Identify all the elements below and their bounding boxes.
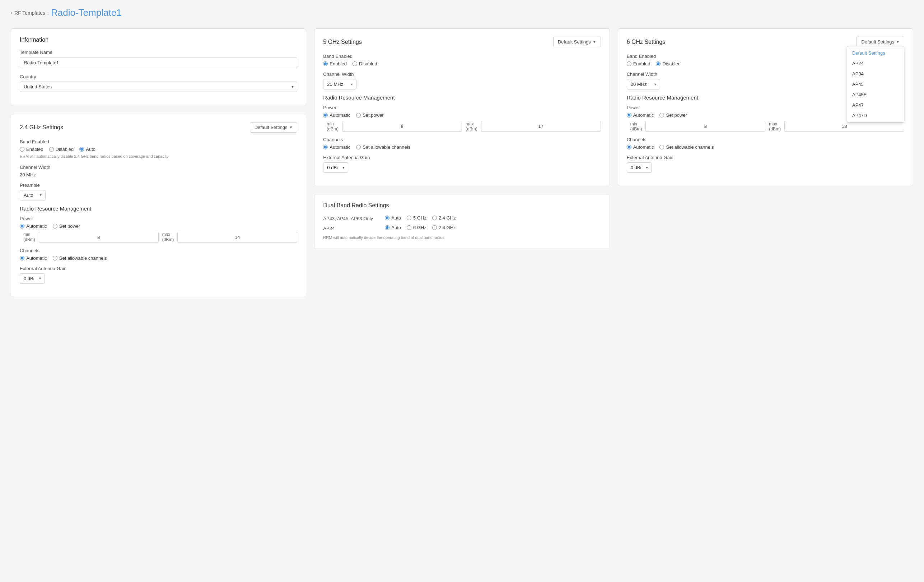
information-card: Information Template Name Country United… [11, 28, 306, 106]
dropdown-item-default[interactable]: Default Settings [847, 48, 904, 58]
band-5-enabled-section: Band Enabled Enabled Disabled [323, 53, 601, 66]
main-grid: Information Template Name Country United… [11, 28, 913, 297]
band-5-channels-auto-option[interactable]: Automatic [323, 144, 350, 150]
band-24-channel-width-section: Channel Width 20 MHz [20, 165, 297, 177]
band-5-default-settings-button[interactable]: Default Settings ▼ [553, 36, 601, 47]
dropdown-item-ap34[interactable]: AP34 [847, 69, 904, 79]
band-5-power-auto-option[interactable]: Automatic [323, 112, 350, 118]
band-6-external-antenna-select[interactable]: 0 dBi 1 dBi 2 dBi 3 dBi [627, 162, 652, 173]
band-24-enabled-radio[interactable] [20, 147, 25, 152]
band-5-channels-auto-radio[interactable] [323, 145, 328, 149]
band-6-external-antenna-wrapper: 0 dBi 1 dBi 2 dBi 3 dBi [627, 162, 652, 173]
band-5-power-set-radio[interactable] [356, 113, 361, 117]
band-6-disabled-option[interactable]: Disabled [656, 61, 681, 66]
dual-band-row2-6ghz-radio[interactable] [407, 225, 411, 230]
band-24-channels-set-radio[interactable] [53, 256, 58, 260]
band-6-power-set-radio[interactable] [660, 113, 664, 117]
band-24-card: 2.4 GHz Settings Default Settings ▼ Band… [11, 114, 306, 297]
band-6-power-auto-radio[interactable] [627, 113, 632, 117]
band-6-channels-auto-option[interactable]: Automatic [627, 144, 654, 150]
band-24-external-antenna-select[interactable]: 0 dBi 1 dBi 2 dBi 3 dBi 4 dBi 5 dBi 6 dB… [20, 273, 45, 284]
band-24-power-set-radio[interactable] [53, 224, 58, 228]
band-24-preamble-section: Preamble Auto Short Long [20, 182, 297, 200]
template-name-input[interactable] [20, 57, 297, 68]
band-24-max-label: max (dBm) [162, 232, 174, 242]
dual-band-row2-6ghz-option[interactable]: 6 GHz [407, 225, 426, 230]
band-24-channel-width-label: Channel Width [20, 165, 297, 170]
band-6-channels-set-option[interactable]: Set allowable channels [660, 144, 714, 150]
dual-band-row2-auto-radio[interactable] [385, 225, 389, 230]
band-24-max-input[interactable] [177, 232, 297, 243]
band-24-channels-set-label: Set allowable channels [59, 255, 107, 261]
band-6-channels-auto-radio[interactable] [627, 145, 632, 149]
dual-band-row2-24ghz-radio[interactable] [432, 225, 437, 230]
band-24-power-set-option[interactable]: Set power [53, 223, 81, 229]
band-6-enabled-option[interactable]: Enabled [627, 61, 650, 66]
band-24-external-antenna-label: External Antenna Gain [20, 266, 297, 271]
band-6-power-auto-option[interactable]: Automatic [627, 112, 654, 118]
band-24-auto-option[interactable]: Auto [79, 147, 96, 152]
band-24-rrm-title: Radio Resource Management [20, 205, 297, 212]
band-5-enabled-radio[interactable] [323, 61, 328, 66]
band-5-power-auto-radio[interactable] [323, 113, 328, 117]
dual-band-row1-24ghz-radio[interactable] [432, 215, 437, 220]
band-5-enabled-option[interactable]: Enabled [323, 61, 347, 66]
dual-band-row2-24ghz-option[interactable]: 2.4 GHz [432, 225, 456, 230]
band-24-external-antenna-section: External Antenna Gain 0 dBi 1 dBi 2 dBi … [20, 266, 297, 284]
breadcrumb-rf-templates[interactable]: RF Templates [14, 10, 45, 16]
band-5-external-antenna-select[interactable]: 0 dBi 1 dBi 2 dBi 3 dBi [323, 162, 348, 173]
band-5-channel-width-select[interactable]: 20 MHz 40 MHz 80 MHz 160 MHz [323, 79, 356, 89]
band-24-disabled-option[interactable]: Disabled [49, 147, 74, 152]
band-24-power-auto-radio[interactable] [20, 224, 25, 228]
band-24-enabled-label: Band Enabled [20, 139, 297, 144]
band-24-channels-auto-option[interactable]: Automatic [20, 255, 47, 261]
band-6-enabled-radio[interactable] [627, 61, 632, 66]
band-5-header: 5 GHz Settings Default Settings ▼ [323, 36, 601, 47]
band-24-min-input[interactable] [39, 232, 158, 243]
band-5-max-input[interactable] [481, 121, 601, 132]
dropdown-item-ap47d[interactable]: AP47D [847, 110, 904, 121]
dual-band-row1-auto-radio[interactable] [385, 215, 389, 220]
band-6-min-input[interactable] [645, 121, 766, 132]
dual-band-row1-5ghz-option[interactable]: 5 GHz [407, 215, 426, 221]
dropdown-item-ap24[interactable]: AP24 [847, 58, 904, 69]
dual-band-row1-24ghz-option[interactable]: 2.4 GHz [432, 215, 456, 221]
column-1: Information Template Name Country United… [11, 28, 306, 297]
dual-band-row2-auto-option[interactable]: Auto [385, 225, 401, 230]
band-24-power-auto-label: Automatic [26, 223, 47, 229]
band-6-channel-width-wrapper: 20 MHz 40 MHz 80 MHz 160 MHz [627, 79, 660, 89]
country-select[interactable]: United States Canada United Kingdom Aust… [20, 81, 297, 92]
band-6-default-settings-button[interactable]: Default Settings ▼ [856, 36, 904, 47]
band-6-power-set-option[interactable]: Set power [660, 112, 687, 118]
band-5-external-antenna-section: External Antenna Gain 0 dBi 1 dBi 2 dBi … [323, 155, 601, 173]
band-24-default-settings-button[interactable]: Default Settings ▼ [250, 122, 298, 132]
band-5-channels-set-option[interactable]: Set allowable channels [356, 144, 410, 150]
band-24-header: 2.4 GHz Settings Default Settings ▼ [20, 122, 297, 132]
band-24-channels-set-option[interactable]: Set allowable channels [53, 255, 107, 261]
band-6-external-antenna-section: External Antenna Gain 0 dBi 1 dBi 2 dBi … [627, 155, 904, 173]
band-5-channels-set-radio[interactable] [356, 145, 361, 149]
band-5-disabled-option[interactable]: Disabled [353, 61, 377, 66]
band-24-auto-radio[interactable] [79, 147, 84, 152]
band-5-min-input[interactable] [342, 121, 462, 132]
dropdown-item-ap45[interactable]: AP45 [847, 79, 904, 89]
band-6-header: 6 GHz Settings Default Settings ▼ [627, 36, 904, 47]
country-group: Country United States Canada United King… [20, 74, 297, 92]
band-24-disabled-radio[interactable] [49, 147, 54, 152]
band-5-power-set-option[interactable]: Set power [356, 112, 384, 118]
dual-band-row1-auto-option[interactable]: Auto [385, 215, 401, 221]
band-6-channel-width-select[interactable]: 20 MHz 40 MHz 80 MHz 160 MHz [627, 79, 660, 89]
dropdown-item-ap47[interactable]: AP47 [847, 100, 904, 110]
band-5-chevron-icon: ▼ [593, 40, 596, 44]
dual-band-row1-5ghz-radio[interactable] [407, 215, 411, 220]
band-24-channels-auto-radio[interactable] [20, 256, 25, 260]
band-24-preamble-select[interactable]: Auto Short Long [20, 190, 46, 200]
band-6-channels-set-radio[interactable] [660, 145, 664, 149]
band-6-disabled-radio[interactable] [656, 61, 660, 66]
band-24-power-auto-option[interactable]: Automatic [20, 223, 47, 229]
band-5-disabled-option-label: Disabled [359, 61, 377, 66]
dual-band-row2-6ghz-label: 6 GHz [413, 225, 426, 230]
band-5-disabled-radio[interactable] [353, 61, 357, 66]
dropdown-item-ap45e[interactable]: AP45E [847, 89, 904, 100]
band-24-enabled-option[interactable]: Enabled [20, 147, 43, 152]
